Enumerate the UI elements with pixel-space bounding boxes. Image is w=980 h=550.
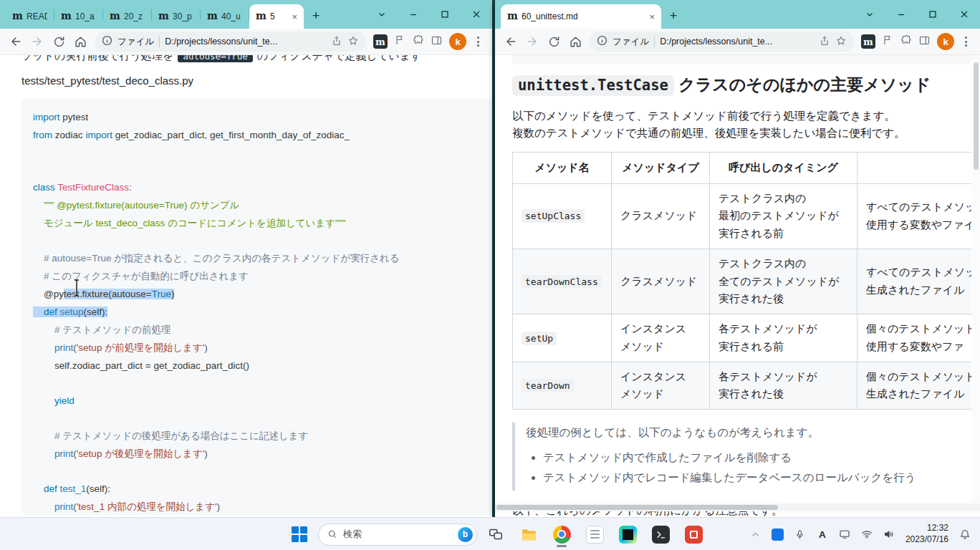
- bookmark-star-icon[interactable]: [347, 35, 359, 49]
- selected-code-text: def: [33, 307, 57, 317]
- back-button[interactable]: [6, 32, 26, 52]
- display-icon[interactable]: [835, 524, 854, 545]
- horizontal-scrollbar-thumb[interactable]: [496, 505, 778, 510]
- ime-mode-indicator[interactable]: A: [813, 524, 832, 545]
- terminal-icon[interactable]: [646, 520, 675, 549]
- omnibox-divider: [654, 37, 655, 47]
- browser-tab[interactable]: m30_p: [152, 4, 200, 29]
- side-panel-icon[interactable]: [431, 34, 443, 49]
- code-token: print: [54, 501, 73, 512]
- browser-tab[interactable]: m10_a: [54, 4, 102, 29]
- pycharm-icon[interactable]: [613, 520, 642, 549]
- text-cursor: [72, 279, 82, 300]
- menu-kebab-icon[interactable]: [473, 37, 484, 47]
- wifi-icon[interactable]: [858, 524, 876, 545]
- minimize-button[interactable]: [885, 0, 917, 29]
- extensions-puzzle-icon[interactable]: [900, 34, 912, 49]
- new-tab-button[interactable]: +: [307, 6, 325, 25]
- maximize-button[interactable]: [917, 0, 948, 29]
- profile-avatar[interactable]: k: [449, 33, 466, 50]
- tray-blue-app-icon[interactable]: [769, 524, 787, 545]
- markdown-extension-icon[interactable]: m: [373, 34, 388, 49]
- tray-chevron-up-icon[interactable]: [746, 524, 765, 545]
- browser-tab[interactable]: mREAD: [6, 4, 54, 29]
- browser-tab[interactable]: m5×: [249, 4, 304, 29]
- file-explorer-icon[interactable]: [514, 520, 543, 549]
- table-header-cell: メソッド名: [513, 152, 612, 183]
- tab-title: 10_a: [75, 11, 96, 21]
- tab-search-chevron-icon[interactable]: [854, 0, 885, 29]
- volume-icon[interactable]: [880, 524, 898, 545]
- vertical-scrollbar-thumb[interactable]: [974, 62, 979, 170]
- start-button[interactable]: [285, 520, 314, 549]
- code-token: [33, 501, 54, 512]
- browser-tab[interactable]: m40_u: [201, 4, 249, 29]
- markdown-extension-icon[interactable]: m: [861, 34, 875, 49]
- methods-table: メソッド名メソッドタイプ呼び出しのタイミング使用 setUpClassクラスメソ…: [512, 152, 971, 410]
- menu-kebab-icon[interactable]: [961, 37, 971, 47]
- minimize-button[interactable]: [398, 0, 429, 29]
- scheme-label: ファイル: [117, 36, 154, 48]
- code-block[interactable]: import pytestfrom zodiac import get_zodi…: [21, 98, 492, 515]
- method-name-cell: tearDown: [513, 362, 612, 410]
- taskbar-clock[interactable]: 12:32 2023/07/16: [905, 523, 948, 545]
- tab-close-icon[interactable]: ×: [649, 11, 655, 22]
- reload-button[interactable]: [544, 32, 564, 52]
- forward-button[interactable]: [27, 32, 47, 52]
- bing-icon[interactable]: b: [458, 527, 473, 542]
- share-icon[interactable]: [331, 35, 342, 49]
- code-token: print: [54, 448, 73, 459]
- close-button[interactable]: [461, 0, 492, 29]
- inline-code-chip: autouse=True: [178, 55, 252, 62]
- side-panel-icon[interactable]: [918, 34, 931, 49]
- microphone-icon[interactable]: [791, 524, 810, 545]
- vertical-scrollbar[interactable]: [972, 55, 980, 503]
- clock-time: 12:32: [905, 523, 948, 534]
- method-type-cell: インスタンス メソッド: [612, 362, 710, 410]
- task-view-icon[interactable]: [481, 520, 510, 549]
- taskbar-search[interactable]: 検索 b: [318, 524, 477, 546]
- home-button[interactable]: [70, 32, 90, 52]
- flag-extension-icon[interactable]: [882, 34, 893, 49]
- info-icon[interactable]: [597, 35, 607, 48]
- code-line: @pytest.fixture(autouse=True): [33, 285, 481, 303]
- browser-tab[interactable]: m60_unittest.md×: [501, 4, 661, 29]
- code-line: # テストメソッドの後処理がある場合はここに記述します: [33, 427, 481, 445]
- info-icon[interactable]: [102, 35, 112, 48]
- tab-search-chevron-icon[interactable]: [366, 0, 398, 29]
- red-app-icon[interactable]: [679, 520, 708, 549]
- method-name-code: tearDownClass: [522, 275, 602, 289]
- tab-close-icon[interactable]: ×: [292, 11, 297, 22]
- code-line: self.zodiac_part_dict = get_zodiac_part_…: [33, 357, 481, 375]
- markdown-favicon: m: [12, 11, 23, 22]
- forward-button[interactable]: [522, 32, 542, 52]
- close-button[interactable]: [948, 0, 980, 29]
- tab-strip: m60_unittest.md× +: [495, 0, 980, 29]
- table-row: tearDownClassクラスメソッドテストクラス内の 全てのテストメソッドが…: [513, 249, 972, 314]
- code-line: [33, 161, 481, 178]
- horizontal-scrollbar[interactable]: [495, 503, 980, 511]
- address-bar[interactable]: ファイル D:/projects/lessons/unit_te...: [590, 32, 854, 52]
- notepad-icon[interactable]: [580, 520, 609, 549]
- profile-avatar[interactable]: k: [937, 33, 954, 50]
- flag-extension-icon[interactable]: [394, 34, 405, 49]
- chrome-icon[interactable]: [547, 520, 576, 549]
- home-button[interactable]: [565, 32, 585, 52]
- intro-paragraph: 以下のメソッドを使って、テストメソッド前後で行う処理を定義できます。 複数のテス…: [512, 107, 971, 142]
- maximize-button[interactable]: [429, 0, 461, 29]
- back-button[interactable]: [501, 32, 521, 52]
- new-tab-button[interactable]: +: [664, 6, 683, 25]
- file-path-title: tests/test_pytest/test_deco_class.py: [21, 74, 492, 87]
- reload-button[interactable]: [49, 32, 69, 52]
- browser-tab[interactable]: m20_z: [103, 4, 151, 29]
- code-token: ): [217, 501, 221, 512]
- extensions-puzzle-icon[interactable]: [412, 34, 424, 49]
- notification-bell-icon[interactable]: [956, 524, 974, 545]
- share-icon[interactable]: [819, 35, 830, 49]
- bookmark-star-icon[interactable]: [835, 35, 847, 49]
- tab-strip: mREADm10_am20_zm30_pm40_um5× +: [0, 0, 492, 29]
- timing-cell: 各テストメソッドが 実行された後: [710, 362, 858, 410]
- code-token: TestFixtureClass: [57, 182, 129, 193]
- address-bar[interactable]: ファイル D:/projects/lessons/unit_te...: [95, 32, 366, 52]
- usage-cell: すべてのテストメソッド 生成されたファイル: [858, 249, 972, 314]
